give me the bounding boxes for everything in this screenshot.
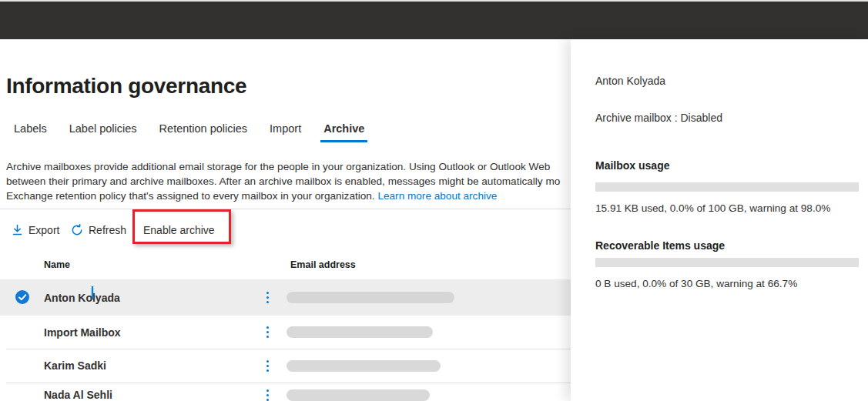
drag-dots-icon[interactable] — [266, 389, 269, 401]
page-title: Information governance — [6, 74, 246, 99]
recoverable-items-usage-detail: 0 B used, 0.0% of 30 GB, warning at 66.7… — [595, 278, 797, 289]
mailbox-usage-heading: Mailbox usage — [595, 159, 669, 172]
redacted-email-value — [287, 292, 454, 303]
top-app-bar — [0, 2, 868, 39]
tab-label-policies[interactable]: Label policies — [69, 122, 138, 142]
tab-archive[interactable]: Archive — [320, 122, 367, 142]
tab-labels[interactable]: Labels — [13, 122, 48, 142]
column-header-email[interactable]: Email address — [290, 259, 356, 270]
refresh-button[interactable]: Refresh — [71, 222, 126, 239]
column-header-name[interactable]: Name — [44, 259, 70, 270]
redacted-email-value — [287, 360, 441, 372]
mailbox-usage-detail: 15.91 KB used, 0.0% of 100 GB, warning a… — [595, 202, 830, 214]
recoverable-items-progress-bar — [595, 258, 859, 267]
refresh-button-label: Refresh — [89, 224, 126, 236]
row-name: Nada Al Sehli — [44, 383, 112, 401]
selected-check-icon[interactable] — [15, 290, 29, 304]
redacted-email-value — [287, 389, 430, 401]
tab-retention-policies[interactable]: Retention policies — [159, 122, 248, 142]
drag-dots-icon[interactable] — [266, 292, 269, 303]
tab-bar: Labels Label policies Retention policies… — [13, 122, 365, 142]
circular-arrow-icon — [71, 224, 83, 236]
export-button[interactable]: Export — [12, 222, 59, 239]
drag-dots-icon[interactable] — [266, 326, 269, 338]
text-cursor — [92, 286, 93, 299]
learn-more-link[interactable]: Learn more about archive — [377, 190, 497, 202]
panel-archive-status: Archive mailbox : Disabled — [595, 112, 722, 124]
mailbox-usage-progress-bar — [595, 182, 859, 192]
tab-import[interactable]: Import — [269, 122, 302, 142]
row-name: Anton Kolyada — [44, 279, 120, 316]
drag-dots-icon[interactable] — [266, 360, 269, 372]
panel-user-name: Anton Kolyada — [595, 75, 665, 87]
details-flyout-panel: Anton Kolyada Archive mailbox : Disabled… — [571, 39, 868, 401]
enable-archive-button-label: Enable archive — [143, 224, 215, 236]
recoverable-items-usage-heading: Recoverable Items usage — [595, 239, 725, 252]
redacted-email-value — [287, 326, 433, 338]
export-button-label: Export — [28, 224, 59, 236]
enable-archive-button[interactable]: Enable archive — [143, 222, 215, 239]
row-name: Import Mailbox — [44, 316, 121, 349]
row-name: Karim Sadki — [44, 349, 106, 383]
download-arrow-icon — [12, 224, 23, 236]
